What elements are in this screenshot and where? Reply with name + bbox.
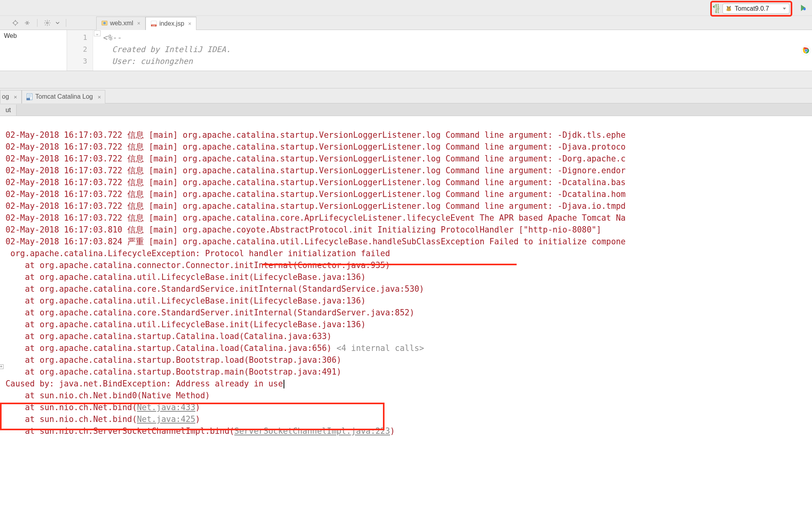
log-line: 02-May-2018 16:17:03.824 严重 [main] org.a… — [6, 237, 625, 246]
fold-start-icon[interactable]: ⌄ — [94, 30, 101, 36]
svg-point-16 — [805, 50, 807, 52]
chrome-icon[interactable] — [801, 45, 811, 56]
project-root-label: Web — [4, 32, 17, 39]
caused-by-line: Caused by: java.net.BindException: Addre… — [6, 379, 283, 388]
stack-trace-line: at sun.nio.ch.Net.bind0(Native Method) — [6, 391, 210, 400]
stack-trace-line: at org.apache.catalina.connector.Connect… — [6, 261, 390, 270]
editor-area: Web 1 2 3 ⌄ <%-- Created by IntelliJ IDE… — [0, 30, 812, 71]
xml-file-icon — [101, 20, 108, 26]
output-subtab[interactable]: ut — [0, 105, 17, 116]
tab-label: og — [2, 93, 9, 100]
stack-trace-line: at org.apache.catalina.core.StandardServ… — [6, 284, 424, 294]
expand-fold-icon[interactable]: + — [0, 364, 4, 369]
internal-calls-fold[interactable]: <4 internal calls> — [336, 343, 424, 353]
jsp-file-icon: JSP — [151, 21, 157, 27]
source-link[interactable]: Net.java:433 — [137, 403, 195, 412]
fold-column: ⌄ — [93, 30, 101, 71]
line-number: 3 — [67, 55, 87, 67]
collapse-icon[interactable] — [24, 19, 31, 26]
stack-trace-line: at org.apache.catalina.core.StandardServ… — [6, 308, 414, 317]
line-number: 2 — [67, 43, 87, 55]
close-icon[interactable]: × — [137, 20, 140, 26]
tab-label: web.xml — [110, 20, 133, 27]
log-file-icon — [26, 93, 33, 100]
editor-tab-web-xml[interactable]: web.xml × — [96, 17, 146, 30]
toolbar-separator — [37, 19, 37, 27]
svg-point-0 — [728, 8, 728, 9]
log-line: 02-May-2018 16:17:03.722 信息 [main] org.a… — [6, 166, 625, 175]
tab-label: Tomcat Catalina Log — [35, 93, 93, 100]
text-cursor — [284, 380, 284, 388]
code-line: <%-- — [103, 33, 121, 42]
log-tab-catalina[interactable]: Tomcat Catalina Log × — [22, 90, 106, 103]
log-line: 02-May-2018 16:17:03.722 信息 [main] org.a… — [6, 154, 625, 163]
log-line: 02-May-2018 16:17:03.722 信息 [main] org.a… — [6, 189, 625, 199]
stack-trace-line: at org.apache.catalina.startup.Catalina.… — [6, 332, 332, 341]
log-line: org.apache.catalina.LifecycleException: … — [6, 249, 390, 258]
stack-trace-line: at org.apache.catalina.util.LifecycleBas… — [6, 320, 366, 329]
stack-trace-line: at org.apache.catalina.util.LifecycleBas… — [6, 272, 366, 282]
svg-point-10 — [103, 22, 106, 24]
log-line: 02-May-2018 16:17:03.722 信息 [main] org.a… — [6, 130, 625, 140]
tomcat-icon — [725, 5, 732, 12]
target-icon[interactable] — [12, 19, 19, 26]
console-output[interactable]: 02-May-2018 16:17:03.722 信息 [main] org.a… — [0, 116, 812, 510]
line-number: 1 — [67, 32, 87, 43]
splitter-bar[interactable] — [0, 71, 812, 88]
stack-trace-line: at sun.nio.ch.Net.bind( — [6, 414, 137, 424]
run-config-dropdown[interactable]: Tomcat9.0.7 — [722, 4, 790, 14]
editor-tabs: web.xml × JSP index.jsp × — [96, 16, 196, 30]
stack-trace-line: at org.apache.catalina.startup.Bootstrap… — [6, 367, 342, 377]
binary-download-icon[interactable]: 011001 — [715, 4, 719, 13]
log-line: 02-May-2018 16:17:03.810 信息 [main] org.a… — [6, 225, 601, 234]
source-link[interactable]: Net.java:425 — [137, 414, 195, 424]
svg-point-8 — [47, 22, 49, 24]
stack-trace-line: at org.apache.catalina.startup.Catalina.… — [6, 343, 336, 353]
tab-label: index.jsp — [159, 20, 184, 27]
log-tabs-bar: og × Tomcat Catalina Log × — [0, 88, 812, 103]
svg-rect-21 — [26, 98, 30, 100]
svg-point-2 — [14, 21, 17, 24]
close-icon[interactable]: × — [188, 21, 191, 27]
code-line: Created by IntelliJ IDEA. — [103, 45, 231, 54]
output-subtab-bar: ut — [0, 103, 812, 116]
source-link[interactable]: ServerSocketChannelImpl.java:223 — [234, 426, 390, 436]
log-line: 02-May-2018 16:17:03.722 信息 [main] org.a… — [6, 213, 625, 223]
run-config-label: Tomcat9.0.7 — [735, 5, 769, 12]
stack-trace-line: at sun.nio.ch.Net.bind( — [6, 403, 137, 412]
log-line: 02-May-2018 16:17:03.722 信息 [main] org.a… — [6, 142, 625, 152]
svg-point-1 — [730, 8, 730, 9]
close-icon[interactable]: × — [97, 94, 101, 100]
log-line: 02-May-2018 16:17:03.722 信息 [main] org.a… — [6, 201, 625, 211]
browser-preview-gutter — [800, 30, 812, 71]
svg-text:JSP: JSP — [152, 24, 156, 26]
top-toolbar: 011001 Tomcat9.0.7 — [0, 0, 812, 16]
close-icon[interactable]: × — [14, 94, 17, 100]
settings-dropdown-icon[interactable] — [56, 19, 60, 26]
stack-trace-line: at org.apache.catalina.util.LifecycleBas… — [6, 296, 366, 306]
code-editor[interactable]: <%-- Created by IntelliJ IDEA. User: cui… — [101, 30, 231, 71]
log-line: 02-May-2018 16:17:03.722 信息 [main] org.a… — [6, 178, 625, 187]
toolbar-separator — [66, 19, 66, 27]
project-panel[interactable]: Web — [0, 30, 67, 71]
run-buttons-group — [801, 5, 808, 11]
log-tab-partial[interactable]: og × — [0, 90, 22, 103]
run-button[interactable] — [801, 5, 808, 11]
code-line: User: cuihongzhen — [103, 56, 193, 66]
gear-icon[interactable] — [44, 19, 51, 26]
run-config-highlight-box: 011001 Tomcat9.0.7 — [710, 1, 792, 17]
stack-trace-line: at org.apache.catalina.startup.Bootstrap… — [6, 355, 342, 365]
main-toolbar: web.xml × JSP index.jsp × — [0, 16, 812, 30]
stack-trace-line: at sun.nio.ch.ServerSocketChannelImpl.bi… — [6, 426, 234, 436]
editor-tab-index-jsp[interactable]: JSP index.jsp × — [146, 17, 196, 30]
status-dot-icon — [803, 8, 806, 10]
line-gutter: 1 2 3 — [67, 30, 93, 71]
